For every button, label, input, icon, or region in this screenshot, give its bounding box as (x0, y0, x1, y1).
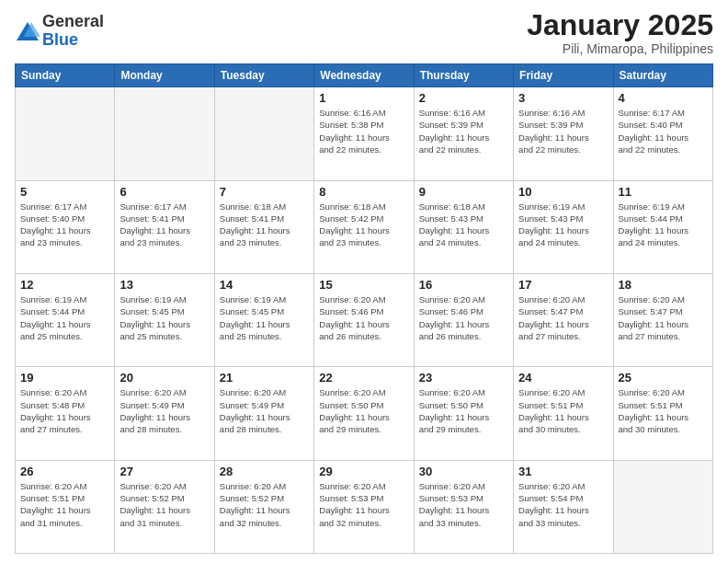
cell-w1-d1 (115, 87, 214, 180)
day-number: 16 (419, 278, 508, 292)
day-info: Sunrise: 6:16 AM Sunset: 5:38 PM Dayligh… (319, 107, 408, 155)
header-wednesday: Wednesday (314, 64, 414, 87)
week-row-5: 26Sunrise: 6:20 AM Sunset: 5:51 PM Dayli… (16, 460, 713, 553)
cell-w1-d6: 4Sunrise: 6:17 AM Sunset: 5:40 PM Daylig… (613, 87, 712, 180)
day-number: 26 (20, 465, 109, 478)
day-number: 4 (619, 91, 708, 105)
day-info: Sunrise: 6:20 AM Sunset: 5:52 PM Dayligh… (220, 480, 309, 529)
cell-w1-d0 (16, 87, 115, 180)
day-number: 28 (220, 465, 309, 478)
cell-w2-d4: 9Sunrise: 6:18 AM Sunset: 5:43 PM Daylig… (414, 180, 513, 273)
cell-w4-d0: 19Sunrise: 6:20 AM Sunset: 5:48 PM Dayli… (16, 367, 115, 460)
calendar-table: Sunday Monday Tuesday Wednesday Thursday… (15, 63, 713, 554)
cell-w1-d3: 1Sunrise: 6:16 AM Sunset: 5:38 PM Daylig… (314, 87, 414, 180)
day-info: Sunrise: 6:18 AM Sunset: 5:41 PM Dayligh… (220, 201, 309, 249)
cell-w5-d2: 28Sunrise: 6:20 AM Sunset: 5:52 PM Dayli… (214, 460, 313, 553)
day-info: Sunrise: 6:20 AM Sunset: 5:46 PM Dayligh… (419, 293, 508, 342)
day-info: Sunrise: 6:20 AM Sunset: 5:47 PM Dayligh… (518, 293, 608, 342)
day-info: Sunrise: 6:18 AM Sunset: 5:42 PM Dayligh… (319, 201, 408, 249)
logo-general-text: General (42, 13, 104, 31)
day-info: Sunrise: 6:17 AM Sunset: 5:40 PM Dayligh… (619, 107, 708, 155)
day-info: Sunrise: 6:20 AM Sunset: 5:50 PM Dayligh… (419, 386, 508, 435)
day-info: Sunrise: 6:19 AM Sunset: 5:43 PM Dayligh… (518, 201, 608, 249)
day-number: 10 (518, 185, 608, 199)
day-info: Sunrise: 6:19 AM Sunset: 5:44 PM Dayligh… (20, 293, 109, 342)
logo-blue-text: Blue (42, 31, 104, 50)
cell-w4-d2: 21Sunrise: 6:20 AM Sunset: 5:49 PM Dayli… (214, 367, 313, 460)
header-tuesday: Tuesday (214, 64, 313, 87)
header: General Blue January 2025 Pili, Mimaropa… (15, 9, 713, 56)
days-header-row: Sunday Monday Tuesday Wednesday Thursday… (16, 64, 713, 87)
day-number: 13 (119, 278, 209, 292)
day-number: 7 (220, 185, 309, 199)
day-info: Sunrise: 6:20 AM Sunset: 5:51 PM Dayligh… (20, 480, 109, 529)
day-number: 25 (619, 371, 708, 385)
day-info: Sunrise: 6:20 AM Sunset: 5:53 PM Dayligh… (319, 480, 408, 529)
day-info: Sunrise: 6:20 AM Sunset: 5:47 PM Dayligh… (619, 293, 708, 342)
cell-w5-d1: 27Sunrise: 6:20 AM Sunset: 5:52 PM Dayli… (115, 460, 214, 553)
day-info: Sunrise: 6:20 AM Sunset: 5:50 PM Dayligh… (319, 386, 408, 435)
cell-w1-d2 (214, 87, 313, 180)
day-info: Sunrise: 6:16 AM Sunset: 5:39 PM Dayligh… (518, 107, 608, 155)
day-info: Sunrise: 6:20 AM Sunset: 5:54 PM Dayligh… (518, 480, 608, 529)
week-row-2: 5Sunrise: 6:17 AM Sunset: 5:40 PM Daylig… (16, 180, 713, 273)
day-info: Sunrise: 6:20 AM Sunset: 5:51 PM Dayligh… (619, 386, 708, 435)
day-number: 11 (619, 185, 708, 199)
logo: General Blue (15, 13, 104, 50)
day-info: Sunrise: 6:20 AM Sunset: 5:51 PM Dayligh… (518, 386, 608, 435)
day-number: 3 (518, 91, 608, 105)
day-number: 24 (518, 371, 608, 385)
cell-w5-d4: 30Sunrise: 6:20 AM Sunset: 5:53 PM Dayli… (414, 460, 513, 553)
cell-w3-d0: 12Sunrise: 6:19 AM Sunset: 5:44 PM Dayli… (16, 273, 115, 366)
calendar-body: 1Sunrise: 6:16 AM Sunset: 5:38 PM Daylig… (16, 87, 713, 554)
page: General Blue January 2025 Pili, Mimaropa… (0, 0, 728, 563)
header-monday: Monday (115, 64, 214, 87)
cell-w3-d6: 18Sunrise: 6:20 AM Sunset: 5:47 PM Dayli… (613, 273, 712, 366)
day-number: 8 (319, 185, 408, 199)
calendar-header: Sunday Monday Tuesday Wednesday Thursday… (16, 64, 713, 87)
calendar-title: January 2025 (527, 9, 713, 41)
day-number: 23 (419, 371, 508, 385)
cell-w3-d3: 15Sunrise: 6:20 AM Sunset: 5:46 PM Dayli… (314, 273, 414, 366)
day-info: Sunrise: 6:16 AM Sunset: 5:39 PM Dayligh… (419, 107, 508, 155)
day-info: Sunrise: 6:20 AM Sunset: 5:49 PM Dayligh… (220, 386, 309, 435)
day-number: 1 (319, 91, 408, 105)
day-info: Sunrise: 6:19 AM Sunset: 5:44 PM Dayligh… (619, 201, 708, 249)
cell-w4-d1: 20Sunrise: 6:20 AM Sunset: 5:49 PM Dayli… (115, 367, 214, 460)
logo-icon (15, 18, 40, 44)
day-number: 2 (419, 91, 508, 105)
cell-w4-d4: 23Sunrise: 6:20 AM Sunset: 5:50 PM Dayli… (414, 367, 513, 460)
day-info: Sunrise: 6:20 AM Sunset: 5:53 PM Dayligh… (419, 480, 508, 529)
day-info: Sunrise: 6:19 AM Sunset: 5:45 PM Dayligh… (220, 293, 309, 342)
header-thursday: Thursday (414, 64, 513, 87)
day-info: Sunrise: 6:20 AM Sunset: 5:49 PM Dayligh… (119, 386, 209, 435)
day-number: 15 (319, 278, 408, 292)
day-number: 9 (419, 185, 508, 199)
cell-w3-d1: 13Sunrise: 6:19 AM Sunset: 5:45 PM Dayli… (115, 273, 214, 366)
cell-w5-d3: 29Sunrise: 6:20 AM Sunset: 5:53 PM Dayli… (314, 460, 414, 553)
day-info: Sunrise: 6:19 AM Sunset: 5:45 PM Dayligh… (119, 293, 209, 342)
day-number: 5 (20, 185, 109, 199)
cell-w2-d2: 7Sunrise: 6:18 AM Sunset: 5:41 PM Daylig… (214, 180, 313, 273)
day-info: Sunrise: 6:20 AM Sunset: 5:52 PM Dayligh… (119, 480, 209, 529)
day-number: 17 (518, 278, 608, 292)
day-number: 20 (119, 371, 209, 385)
cell-w2-d1: 6Sunrise: 6:17 AM Sunset: 5:41 PM Daylig… (115, 180, 214, 273)
cell-w4-d6: 25Sunrise: 6:20 AM Sunset: 5:51 PM Dayli… (613, 367, 712, 460)
header-sunday: Sunday (16, 64, 115, 87)
day-number: 22 (319, 371, 408, 385)
calendar-subtitle: Pili, Mimaropa, Philippines (527, 41, 713, 56)
day-number: 6 (119, 185, 209, 199)
title-block: January 2025 Pili, Mimaropa, Philippines (527, 9, 713, 56)
cell-w5-d6 (613, 460, 712, 553)
cell-w3-d2: 14Sunrise: 6:19 AM Sunset: 5:45 PM Dayli… (214, 273, 313, 366)
day-number: 14 (220, 278, 309, 292)
day-number: 29 (319, 465, 408, 478)
cell-w5-d5: 31Sunrise: 6:20 AM Sunset: 5:54 PM Dayli… (514, 460, 613, 553)
day-info: Sunrise: 6:17 AM Sunset: 5:41 PM Dayligh… (119, 201, 209, 249)
day-info: Sunrise: 6:18 AM Sunset: 5:43 PM Dayligh… (419, 201, 508, 249)
cell-w4-d5: 24Sunrise: 6:20 AM Sunset: 5:51 PM Dayli… (514, 367, 613, 460)
day-number: 30 (419, 465, 508, 478)
logo-text: General Blue (42, 13, 104, 50)
day-info: Sunrise: 6:17 AM Sunset: 5:40 PM Dayligh… (20, 201, 109, 249)
